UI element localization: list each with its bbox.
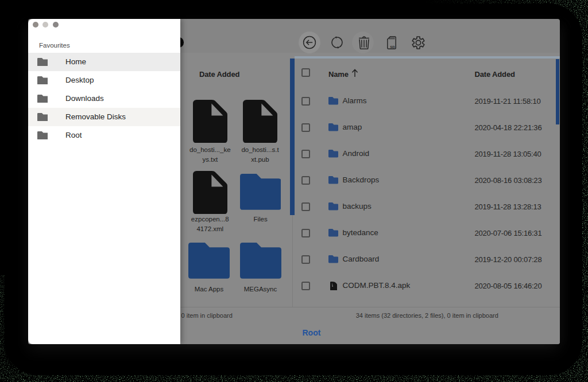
svg-text:SD: SD xyxy=(390,45,395,49)
